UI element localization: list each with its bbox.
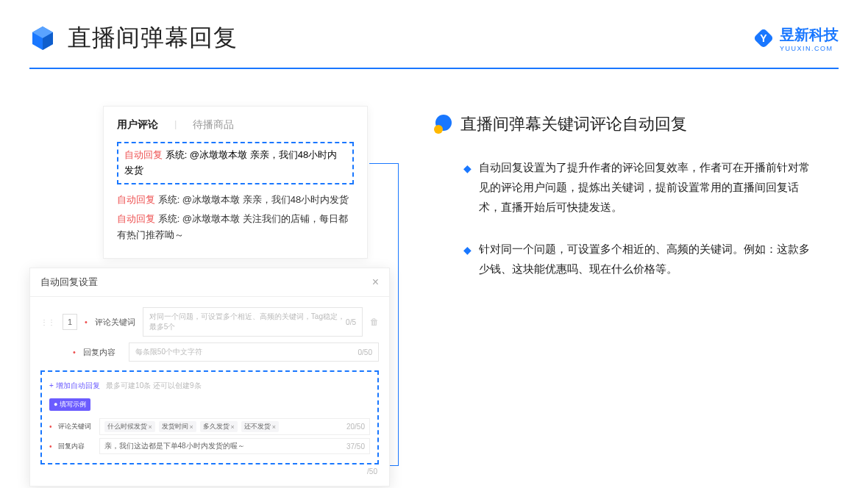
content-placeholder: 每条限50个中文字符 bbox=[135, 347, 202, 357]
keyword-input[interactable]: 对同一个问题，可设置多个相近、高频的关键词，Tag稳定，最多5个 0/5 bbox=[143, 307, 363, 337]
highlighted-comment: 自动回复 系统: @冰墩墩本墩 亲亲，我们48小时内发货 bbox=[117, 142, 354, 184]
diamond-marker-icon: ◆ bbox=[463, 159, 472, 217]
required-dot: • bbox=[85, 317, 88, 326]
example-badge: ● 填写示例 bbox=[49, 398, 90, 411]
settings-title: 自动回复设置 bbox=[40, 276, 98, 289]
tab-separator: | bbox=[174, 118, 177, 132]
comment-row: 自动回复 系统: @冰墩墩本墩 关注我们的店铺，每日都有热门推荐呦～ bbox=[117, 211, 354, 243]
ex-keyword-input[interactable]: 什么时候发货× 发货时间× 多久发货× 还不发货× 20/50 bbox=[99, 418, 370, 435]
content-label: 回复内容 bbox=[83, 347, 121, 358]
keyword-chip[interactable]: 多久发货× bbox=[200, 421, 238, 432]
bullet-text: 自动回复设置为了提升作者的评论回复效率，作者可在开播前针对常见的评论用户问题，提… bbox=[479, 157, 817, 217]
keyword-chip[interactable]: 发货时间× bbox=[159, 421, 196, 432]
ex-content-count: 37/50 bbox=[346, 442, 365, 451]
tab-user-comments[interactable]: 用户评论 bbox=[117, 118, 158, 132]
content-row: • 回复内容 每条限50个中文字符 0/50 bbox=[40, 342, 379, 362]
chip-remove-icon[interactable]: × bbox=[190, 423, 193, 431]
ex-content-input[interactable]: 亲，我们这边都是下单48小时内发货的喔～ 37/50 bbox=[99, 438, 370, 454]
auto-reply-tag: 自动回复 bbox=[117, 213, 155, 224]
comment-text: 系统: @冰墩墩本墩 亲亲，我们48小时内发货 bbox=[158, 194, 349, 205]
settings-card: 自动回复设置 × ⋮⋮ 1 • 评论关键词 对同一个问题，可设置多个相近、高频的… bbox=[29, 268, 390, 487]
brand-diamond-icon: Y bbox=[753, 28, 774, 49]
ex-content-value: 亲，我们这边都是下单48小时内发货的喔～ bbox=[104, 441, 245, 451]
comment-tabs: 用户评论 | 待播商品 bbox=[117, 118, 354, 132]
keyword-chip[interactable]: 什么时候发货× bbox=[104, 421, 155, 432]
keyword-row: ⋮⋮ 1 • 评论关键词 对同一个问题，可设置多个相近、高频的关键词，Tag稳定… bbox=[40, 307, 379, 337]
section-header: 直播间弹幕关键词评论自动回复 bbox=[434, 113, 839, 135]
bullet-item: ◆ 自动回复设置为了提升作者的评论回复效率，作者可在开播前针对常见的评论用户问题… bbox=[463, 157, 839, 217]
example-content-row: • 回复内容 亲，我们这边都是下单48小时内发货的喔～ 37/50 bbox=[49, 438, 370, 454]
description-panel: 直播间弹幕关键词评论自动回复 ◆ 自动回复设置为了提升作者的评论回复效率，作者可… bbox=[434, 106, 839, 301]
header-divider bbox=[29, 68, 839, 69]
tab-pending-goods[interactable]: 待播商品 bbox=[193, 118, 234, 132]
screenshot-panel: 用户评论 | 待播商品 自动回复 系统: @冰墩墩本墩 亲亲，我们48小时内发货… bbox=[29, 106, 397, 301]
brand-name: 昱新科技 bbox=[780, 25, 839, 45]
example-highlight: + 增加自动回复 最多可建10条 还可以创建9条 ● 填写示例 • 评论关键词 … bbox=[40, 370, 379, 464]
required-dot: • bbox=[49, 423, 52, 431]
bullet-list: ◆ 自动回复设置为了提升作者的评论回复效率，作者可在开播前针对常见的评论用户问题… bbox=[434, 157, 839, 279]
brand-subtitle: YUUXIN.COM bbox=[780, 45, 839, 52]
keyword-count: 0/5 bbox=[346, 318, 356, 326]
ex-keyword-label: 评论关键词 bbox=[58, 422, 93, 431]
auto-reply-tag: 自动回复 bbox=[117, 194, 155, 205]
svg-text:Y: Y bbox=[760, 32, 767, 44]
keyword-label: 评论关键词 bbox=[95, 317, 135, 328]
chat-bubble-icon bbox=[434, 115, 453, 134]
ex-keyword-count: 20/50 bbox=[346, 423, 365, 431]
drag-icon[interactable]: ⋮⋮ bbox=[40, 318, 55, 326]
delete-icon[interactable]: 🗑 bbox=[370, 317, 379, 327]
page-title: 直播间弹幕回复 bbox=[68, 22, 238, 54]
chip-container: 什么时候发货× 发货时间× 多久发货× 还不发货× bbox=[104, 421, 280, 432]
content-input[interactable]: 每条限50个中文字符 0/50 bbox=[129, 342, 379, 362]
add-auto-reply-link[interactable]: + 增加自动回复 bbox=[49, 381, 100, 390]
settings-header: 自动回复设置 × bbox=[30, 268, 389, 297]
diamond-marker-icon: ◆ bbox=[463, 241, 472, 279]
keyword-chip[interactable]: 还不发货× bbox=[241, 421, 279, 432]
example-keyword-row: • 评论关键词 什么时候发货× 发货时间× 多久发货× 还不发货× 20/50 bbox=[49, 418, 370, 435]
bullet-text: 针对同一个问题，可设置多个相近的、高频的关键词。例如：这款多少钱、这块能优惠吗、… bbox=[479, 239, 817, 279]
required-dot: • bbox=[73, 348, 76, 356]
index-box: 1 bbox=[63, 314, 77, 330]
chip-remove-icon[interactable]: × bbox=[149, 423, 152, 431]
cube-icon bbox=[29, 25, 56, 51]
bullet-item: ◆ 针对同一个问题，可设置多个相近的、高频的关键词。例如：这款多少钱、这块能优惠… bbox=[463, 239, 839, 279]
ex-content-label: 回复内容 bbox=[58, 442, 93, 451]
brand-logo: Y 昱新科技 YUUXIN.COM bbox=[753, 25, 839, 52]
add-hint: 最多可建10条 还可以创建9条 bbox=[106, 381, 201, 390]
required-dot: • bbox=[49, 442, 52, 451]
keyword-placeholder: 对同一个问题，可设置多个相近、高频的关键词，Tag稳定，最多5个 bbox=[149, 312, 346, 332]
chip-remove-icon[interactable]: × bbox=[231, 423, 235, 431]
content-count: 0/50 bbox=[358, 348, 372, 356]
comment-row: 自动回复 系统: @冰墩墩本墩 亲亲，我们48小时内发货 bbox=[117, 192, 354, 208]
section-title: 直播间弹幕关键词评论自动回复 bbox=[460, 113, 687, 135]
comments-card: 用户评论 | 待播商品 自动回复 系统: @冰墩墩本墩 亲亲，我们48小时内发货… bbox=[103, 106, 368, 259]
close-icon[interactable]: × bbox=[372, 276, 379, 289]
outer-count: /50 bbox=[40, 464, 379, 476]
page-header: 直播间弹幕回复 Y 昱新科技 YUUXIN.COM bbox=[0, 0, 868, 68]
chip-remove-icon[interactable]: × bbox=[272, 423, 276, 431]
auto-reply-tag: 自动回复 bbox=[124, 149, 163, 160]
